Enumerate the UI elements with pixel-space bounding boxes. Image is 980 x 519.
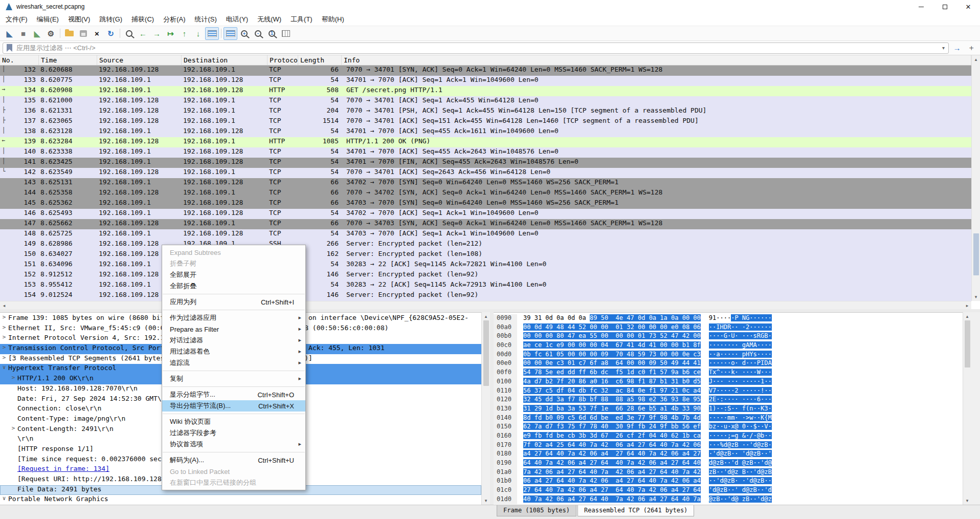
scrollbar-thumb[interactable] [973, 233, 979, 275]
packet-row-150[interactable]: 1508.634027192.168.109.128192.168.109.1S… [0, 250, 971, 260]
context-menu-item-8[interactable]: Prepare as Filter [162, 323, 305, 335]
scroll-right-icon[interactable]: ▸ [965, 303, 970, 308]
expand-arrow-icon[interactable]: ∨ [0, 495, 8, 505]
hex-row-00e0[interactable]: 00e000 00 0e c3 01 c7 6f a8 64 00 00 09 … [494, 359, 963, 369]
scrollbar-thumb[interactable] [965, 320, 970, 367]
packet-list-header[interactable]: No.TimeSourceDestinationProtocolLengthIn… [0, 55, 971, 66]
scroll-down-icon[interactable]: ▾ [482, 498, 490, 503]
hex-row-01c0[interactable]: 01c027 64 40 7a 42 06 a4 27 64 40 7a 42 … [494, 486, 963, 495]
context-menu-item-5[interactable]: 应用为列Ctrl+Shift+I [162, 296, 305, 308]
expand-arrow-icon[interactable]: > [9, 425, 17, 435]
context-menu-item-3[interactable]: 全部折叠 [162, 280, 305, 292]
go-back-button[interactable]: ← [136, 27, 150, 40]
zoom-100-button[interactable]: 1 [265, 27, 279, 40]
zoom-in-button[interactable]: + [237, 27, 251, 40]
packet-row-143[interactable]: 1438.625131192.168.109.1192.168.109.128T… [0, 178, 971, 188]
auto-scroll-button[interactable] [224, 27, 237, 40]
menu-item-1[interactable]: 编辑(E) [32, 13, 63, 26]
packet-row-140[interactable]: │1408.623338192.168.109.1192.168.109.128… [0, 147, 971, 158]
context-menu-item-10[interactable]: 用过滤器着色 [162, 346, 305, 357]
packet-list-vertical-scrollbar[interactable]: ▴ ▾ [971, 55, 980, 301]
hex-dump-pane[interactable]: 009039 31 0d 0a 0d 0a 89 50 4e 47 0d 0a … [494, 312, 963, 505]
filter-bookmark-icon[interactable] [7, 44, 12, 52]
go-forward-button[interactable]: → [150, 27, 164, 40]
packet-row-139[interactable]: ←1398.623284192.168.109.128192.168.109.1… [0, 137, 971, 147]
start-capture-button[interactable]: ◣ [3, 27, 16, 40]
menu-item-4[interactable]: 捕获(C) [127, 13, 159, 26]
hex-row-00b0[interactable]: 00b000 00 00 80 47 ea 55 00 00 00 01 73 … [494, 332, 963, 341]
expand-arrow-icon[interactable]: ∨ [0, 364, 8, 374]
column-header-length[interactable]: Length [298, 55, 342, 65]
reload-button[interactable]: ↻ [104, 27, 118, 40]
packet-row-148[interactable]: 1488.625725192.168.109.1192.168.109.128T… [0, 229, 971, 240]
hex-row-01b0[interactable]: 01b006 a4 27 64 40 7a 42 06 a4 27 64 40 … [494, 477, 963, 486]
column-header-protocol[interactable]: Protocol [268, 55, 298, 65]
packet-row-153[interactable]: 1538.955412192.168.109.1192.168.109.128T… [0, 280, 971, 291]
context-menu-item-2[interactable]: 全部展开 [162, 269, 305, 280]
hex-row-00c0[interactable]: 00c0ae ce 1c e9 00 00 00 04 67 41 4d 41 … [494, 341, 963, 351]
column-header-no[interactable]: No. [0, 55, 39, 65]
hex-row-0190[interactable]: 019064 40 7a 42 06 a4 27 64 40 7a 42 06 … [494, 459, 963, 468]
apply-filter-button[interactable]: → [951, 42, 963, 54]
zoom-out-button[interactable]: - [251, 27, 265, 40]
menu-item-2[interactable]: 视图(V) [63, 13, 95, 26]
menu-item-7[interactable]: 电话(Y) [221, 13, 253, 26]
scroll-up-icon[interactable]: ▴ [963, 314, 971, 319]
context-menu-item-19[interactable]: 过滤器字段参考 [162, 427, 305, 439]
packet-row-154[interactable]: 1549.012524192.168.109.128192.168.109.1S… [0, 291, 971, 301]
resize-columns-button[interactable] [279, 27, 293, 40]
hex-row-0090[interactable]: 009039 31 0d 0a 0d 0a 89 50 4e 47 0d 0a … [494, 314, 963, 323]
menu-item-3[interactable]: 跳转(G) [95, 13, 127, 26]
maximize-button[interactable] [933, 0, 956, 13]
packet-row-134[interactable]: →1348.620908192.168.109.1192.168.109.128… [0, 86, 971, 96]
menu-item-9[interactable]: 工具(T) [286, 13, 317, 26]
hex-row-0100[interactable]: 01004a d7 b2 7f 20 86 a0 16 c6 98 f1 87 … [494, 378, 963, 387]
hex-row-0140[interactable]: 01408d fd b0 09 c5 6d 6d be ed 3e 77 9f … [494, 414, 963, 423]
menu-item-0[interactable]: 文件(F) [1, 13, 32, 26]
context-menu-item-20[interactable]: 协议首选项 [162, 439, 305, 450]
filter-history-dropdown-icon[interactable]: ▾ [942, 45, 945, 51]
menu-item-8[interactable]: 无线(W) [253, 13, 286, 26]
context-menu-item-13[interactable]: 复制 [162, 373, 305, 384]
context-menu-item-11[interactable]: 追踪流 [162, 357, 305, 369]
expand-arrow-icon[interactable]: > [0, 324, 8, 334]
hex-row-0120[interactable]: 012032 45 dd 3a f7 8b bf 88 88 a5 98 e2 … [494, 396, 963, 405]
scroll-up-icon[interactable]: ▴ [482, 314, 490, 319]
column-header-time[interactable]: Time [39, 55, 97, 65]
menu-item-10[interactable]: 帮助(H) [317, 13, 349, 26]
packet-list-horizontal-scrollbar[interactable]: ◂ ▸ [0, 301, 971, 309]
column-header-source[interactable]: Source [97, 55, 182, 65]
hex-row-0160[interactable]: 0160e9 fb fd be cb 3b 3d 67 26 cf 2f 04 … [494, 432, 963, 441]
scroll-up-icon[interactable]: ▴ [972, 57, 980, 62]
go-last-button[interactable]: ↓ [191, 27, 205, 40]
detail-row-18[interactable]: ∨Portable Network Graphics [0, 495, 481, 505]
hex-row-00f0[interactable]: 00f054 78 5e ed dd ff 6b dc f5 1d c0 f1 … [494, 369, 963, 378]
scroll-down-icon[interactable]: ▾ [963, 498, 971, 503]
column-header-info[interactable]: Info [342, 55, 971, 65]
pane-divider[interactable] [490, 312, 494, 519]
close-file-button[interactable]: × [90, 27, 104, 40]
expand-arrow-icon[interactable]: > [0, 344, 8, 354]
packet-row-132[interactable]: │1328.620688192.168.109.128192.168.109.1… [0, 66, 971, 76]
menu-item-5[interactable]: 分析(A) [159, 13, 190, 26]
packet-row-137[interactable]: ├1378.623065192.168.109.128192.168.109.1… [0, 117, 971, 127]
go-to-packet-button[interactable]: ↦ [164, 27, 177, 40]
menu-item-6[interactable]: 统计(S) [190, 13, 221, 26]
packet-row-144[interactable]: 1448.625358192.168.109.128192.168.109.1T… [0, 188, 971, 199]
expand-arrow-icon[interactable]: > [0, 354, 8, 364]
packet-row-146[interactable]: 1468.625493192.168.109.1192.168.109.128T… [0, 209, 971, 219]
display-filter-input[interactable]: 应用显示过滤器 ⋯ <Ctrl-/> ▾ [3, 42, 949, 54]
tab-frame-bytes[interactable]: Frame (1085 bytes) [497, 505, 576, 516]
scroll-down-icon[interactable]: ▾ [972, 294, 980, 299]
restart-capture-button[interactable]: ◣ [30, 27, 44, 40]
packet-row-151[interactable]: 1518.634096192.168.109.1192.168.109.128T… [0, 260, 971, 270]
column-header-destination[interactable]: Destination [182, 55, 268, 65]
packet-row-147[interactable]: 1478.625662192.168.109.128192.168.109.1T… [0, 219, 971, 229]
find-packet-button[interactable] [122, 27, 136, 40]
tab-reassembled-tcp[interactable]: Reassembled TCP (2641 bytes) [577, 505, 694, 516]
packet-row-133[interactable]: │1338.620775192.168.109.1192.168.109.128… [0, 76, 971, 86]
packet-row-149[interactable]: 1498.628986192.168.109.128192.168.109.1S… [0, 240, 971, 250]
packet-row-135[interactable]: │1358.621000192.168.109.128192.168.109.1… [0, 96, 971, 106]
packet-row-145[interactable]: 1458.625362192.168.109.1192.168.109.128T… [0, 199, 971, 209]
context-menu-item-16[interactable]: 导出分组字节流(B)...Ctrl+Shift+X [162, 400, 305, 412]
